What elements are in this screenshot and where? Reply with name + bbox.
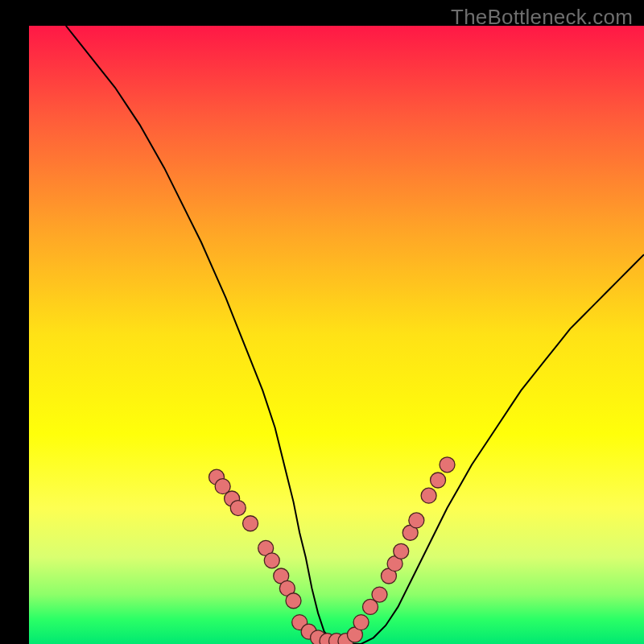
data-marker — [230, 501, 246, 516]
data-marker — [286, 593, 301, 609]
data-marker — [264, 553, 279, 568]
data-marker — [421, 488, 436, 503]
data-marker — [409, 513, 424, 528]
gradient-background — [29, 26, 644, 644]
data-marker — [372, 587, 387, 602]
data-marker — [353, 615, 369, 630]
data-marker — [243, 516, 258, 531]
data-marker — [431, 473, 446, 488]
chart-frame: TheBottleneck.com — [0, 0, 644, 644]
data-marker — [394, 543, 409, 559]
data-marker — [440, 457, 455, 473]
bottleneck-chart — [0, 0, 644, 644]
